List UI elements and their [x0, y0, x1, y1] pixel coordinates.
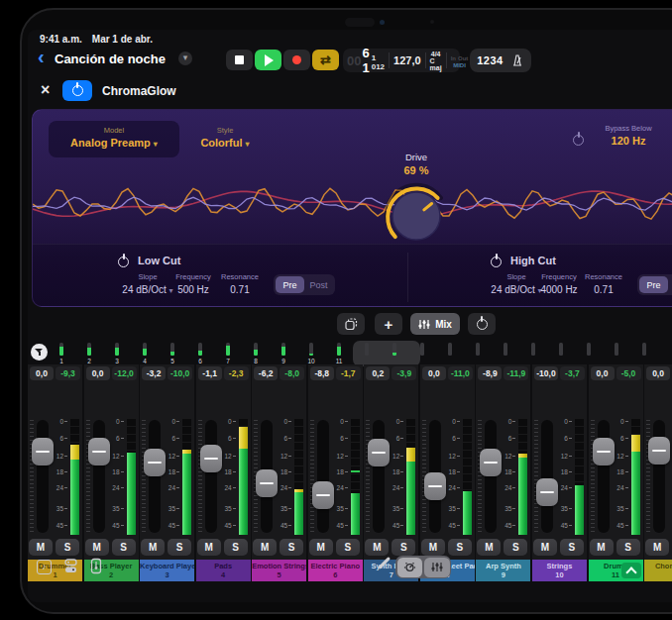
mute-button[interactable]: M	[85, 539, 109, 556]
mute-button[interactable]: M	[141, 539, 165, 556]
channel-overview-item[interactable]	[523, 343, 543, 358]
track-label[interactable]: Strings 10	[532, 560, 587, 581]
solo-button[interactable]: S	[224, 539, 248, 556]
pan-value[interactable]: 0,0	[86, 366, 110, 380]
volume-fader[interactable]	[88, 438, 110, 465]
low-cut-power-button[interactable]	[118, 254, 129, 271]
volume-fader[interactable]	[593, 438, 615, 465]
mixer-view-button[interactable]	[424, 558, 450, 577]
song-title[interactable]: Canción de noche	[55, 52, 166, 66]
bypass-power-icon[interactable]	[573, 132, 584, 150]
channel-overview-item[interactable]	[607, 343, 626, 358]
pan-value[interactable]: 0,0	[646, 366, 670, 380]
high-cut-resonance[interactable]: Resonance 0.71	[580, 272, 627, 295]
count-in-button[interactable]: 1234	[470, 49, 531, 72]
low-cut-resonance[interactable]: Resonance 0.71	[216, 272, 264, 295]
track-label[interactable]: Electric Piano 6	[308, 560, 363, 581]
channel-overview-item[interactable]	[357, 343, 377, 358]
plugin-power-button[interactable]	[62, 80, 92, 101]
volume-fader[interactable]	[144, 449, 166, 476]
mute-button[interactable]: M	[590, 539, 614, 556]
mixer-power-button[interactable]	[468, 313, 496, 335]
volume-fader[interactable]	[256, 469, 278, 497]
channel-overview-item[interactable]	[412, 343, 432, 358]
track-label[interactable]: Keyboard Player 3	[140, 560, 194, 581]
solo-button[interactable]: S	[168, 539, 191, 556]
volume-fader[interactable]	[648, 437, 670, 465]
mute-button[interactable]: M	[253, 539, 277, 556]
solo-button[interactable]: S	[280, 539, 303, 556]
channel-overview-item[interactable]	[551, 343, 571, 358]
mute-button[interactable]: M	[309, 539, 333, 556]
browser-button[interactable]	[63, 558, 81, 575]
channel-overview-item[interactable]: 9	[274, 343, 293, 364]
loops-browser-button[interactable]: ♪	[37, 558, 55, 575]
solo-button[interactable]: S	[504, 539, 527, 556]
mute-button[interactable]: M	[421, 539, 445, 556]
smart-controls-button[interactable]	[397, 558, 423, 577]
add-plugin-button[interactable]: +	[375, 313, 402, 335]
channel-overview-item[interactable]: 8	[246, 343, 266, 364]
volume-fader[interactable]	[368, 439, 390, 466]
high-cut-frequency[interactable]: Frequency 4000 Hz	[531, 272, 587, 295]
pan-value[interactable]: -8,8	[310, 366, 334, 380]
mute-button[interactable]: M	[533, 539, 557, 556]
track-label[interactable]: Arp Synth 9	[476, 560, 530, 581]
channel-strip-inspector-button[interactable]	[90, 558, 108, 575]
track-label[interactable]: Pads 4	[196, 560, 251, 581]
pan-value[interactable]: -8,9	[478, 366, 502, 380]
mix-toggle-button[interactable]: Mix	[410, 313, 460, 335]
solo-button[interactable]: S	[392, 539, 415, 556]
bypass-control[interactable]: Bypass Below 120 Hz	[588, 124, 669, 147]
solo-button[interactable]: S	[616, 539, 640, 556]
model-selector[interactable]: Model Analog Preamp ▾	[49, 121, 179, 157]
channel-overview-item[interactable]: 5	[163, 343, 182, 364]
record-button[interactable]	[283, 50, 310, 70]
pan-value[interactable]: 0,2	[366, 366, 390, 380]
channel-overview-item[interactable]	[634, 343, 654, 358]
pre-button[interactable]: Pre	[276, 276, 304, 293]
pan-value[interactable]: -1,1	[198, 366, 222, 380]
mute-button[interactable]: M	[365, 539, 389, 556]
pan-value[interactable]: -10,0	[534, 366, 558, 380]
solo-button[interactable]: S	[112, 539, 136, 556]
channel-overview-item[interactable]: 2	[79, 343, 99, 364]
pan-value[interactable]: -3,2	[142, 366, 166, 380]
channel-overview-item[interactable]	[496, 343, 515, 358]
pan-value[interactable]: 0,0	[422, 366, 446, 380]
filter-tracks-button[interactable]	[31, 344, 48, 361]
channel-overview-item[interactable]	[440, 343, 460, 358]
volume-fader[interactable]	[312, 481, 334, 509]
volume-fader[interactable]	[480, 449, 502, 476]
lcd-display[interactable]: 00 6 1 1 012 127,0 4/4 C maj InOut MIDI	[343, 49, 460, 72]
duplicate-button[interactable]	[337, 313, 365, 335]
mute-button[interactable]: M	[645, 539, 669, 556]
volume-fader[interactable]	[200, 445, 222, 472]
mute-button[interactable]: M	[197, 539, 221, 556]
low-cut-frequency[interactable]: Frequency 500 Hz	[168, 272, 219, 295]
pan-value[interactable]: 0,0	[30, 366, 54, 380]
channel-overview-item[interactable]: 11	[329, 343, 349, 364]
song-title-chevron-icon[interactable]: ▾	[178, 52, 192, 65]
channel-overview-item[interactable]: 4	[135, 343, 155, 364]
pan-value[interactable]: -6,2	[254, 366, 278, 380]
mute-button[interactable]: M	[29, 539, 53, 556]
play-button[interactable]	[255, 50, 281, 70]
channel-overview-item[interactable]: 1	[52, 343, 71, 364]
channel-overview-item[interactable]: 6	[190, 343, 210, 364]
stop-button[interactable]	[226, 50, 253, 70]
pan-value[interactable]: 0,0	[591, 366, 615, 380]
close-plugin-button[interactable]: ×	[41, 81, 50, 99]
solo-button[interactable]: S	[560, 539, 584, 556]
style-selector[interactable]: Style Colorful ▾	[187, 121, 263, 157]
volume-fader[interactable]	[32, 438, 54, 465]
mute-button[interactable]: M	[477, 539, 501, 556]
drive-knob[interactable]	[384, 181, 449, 247]
cycle-button[interactable]: ⇄	[312, 50, 339, 70]
channel-overview-item[interactable]	[385, 343, 404, 358]
volume-fader[interactable]	[424, 472, 446, 500]
channel-overview-item[interactable]	[579, 343, 599, 358]
pre-button[interactable]: Pre	[639, 276, 668, 293]
solo-button[interactable]: S	[56, 539, 79, 556]
channel-overview-item[interactable]	[468, 343, 488, 358]
